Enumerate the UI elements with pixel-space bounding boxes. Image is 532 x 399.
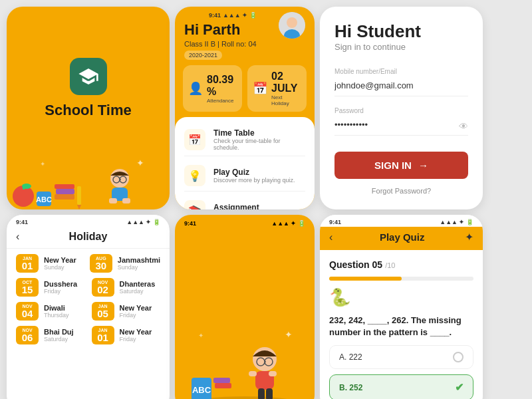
card-hi-parth: 9:41 ▲▲▲ ✦ 🔋 Hi Parth Class II B | Roll … [175, 7, 315, 209]
star-icon: ✦ [465, 231, 473, 243]
quiz-header: ‹ Play Quiz ✦ [320, 227, 483, 250]
school-title: School Time [45, 102, 131, 119]
holiday-day: 01 [19, 261, 36, 271]
holiday-date-box: NOV 04 [16, 302, 39, 321]
holiday-status-bar: 9:41 ▲▲▲ ✦ 🔋 [7, 215, 170, 227]
holiday-weekday: Saturday [120, 288, 156, 295]
menu-item-sub: Discover more by playing quiz. [213, 177, 295, 184]
check-icon: ✔ [455, 381, 464, 394]
menu-item-time-table[interactable]: 📅 Time Table Check your time-table for s… [184, 124, 305, 156]
back-arrow-icon[interactable]: ‹ [16, 231, 19, 243]
password-label: Password [334, 107, 468, 114]
holiday-name: Bhai Duj [44, 328, 74, 336]
holiday-title: Holiday [69, 231, 108, 243]
holiday-weekday: Friday [120, 312, 152, 319]
quiz-status-bar: 9:41 ▲▲▲ ✦ 🔋 [320, 215, 483, 227]
menu-item-title: Play Quiz [213, 168, 295, 177]
graduation-cap-icon [78, 66, 99, 87]
parth-top: 9:41 ▲▲▲ ✦ 🔋 Hi Parth Class II B | Roll … [175, 7, 315, 60]
holiday-icon: 📅 [253, 81, 267, 96]
question-text: 232, 242, ____, 262. The missing number … [329, 315, 473, 338]
holiday-entry: NOV 04 Diwali Thursday [16, 302, 85, 321]
menu-item-play-quiz[interactable]: 💡 Play Quiz Discover more by playing qui… [184, 160, 305, 192]
holiday-date-box: JAN 01 [92, 326, 114, 344]
holiday-day: 04 [19, 309, 36, 319]
signin-button[interactable]: SIGN IN → [334, 152, 468, 179]
svg-rect-7 [55, 184, 74, 189]
svg-text:✦: ✦ [198, 332, 203, 339]
holiday-entry: JAN 05 New Year Friday [92, 302, 161, 321]
school-illustration: ABC ✦ ✦ [7, 143, 170, 209]
school-scene-svg: ABC ✦ ✦ [7, 146, 153, 209]
holiday-name: New Year [44, 256, 76, 264]
holiday-name: New Year [120, 304, 152, 312]
radio-icon-a [453, 352, 464, 362]
holiday-entry: AUG 30 Janmashtmi Sunday [90, 254, 160, 273]
question-num: Question 05 [329, 259, 382, 270]
holiday-entry: NOV 02 Dhanteras Saturday [92, 278, 161, 297]
parth-class: Class II B | Roll no: 04 [184, 40, 257, 48]
holiday-date-box: JAN 05 [92, 302, 114, 321]
gallery-scene-svg: ABC ✦ ✦ [178, 305, 311, 399]
holiday-weekday: Sunday [44, 264, 76, 271]
holiday-header: ‹ Holiday [7, 227, 170, 249]
parth-stats: 👤 80.39 % Attendance 📅 02 JULY Next Holi… [175, 60, 315, 117]
attendance-label: Attendance [207, 98, 237, 104]
holiday-day: 02 [94, 285, 112, 295]
menu-icon: 📚 [184, 200, 205, 209]
menu-icon: 📅 [184, 129, 205, 150]
card-signin: Hi Student Sign in to continue Mobile nu… [320, 7, 483, 209]
attendance-icon: 👤 [188, 81, 203, 96]
gallery-status-bar: 9:41 ▲▲▲ ✦ 🔋 [175, 220, 315, 227]
progress-bar-fill [329, 277, 402, 281]
parth-info: 9:41 ▲▲▲ ✦ 🔋 Hi Parth Class II B | Roll … [184, 12, 257, 60]
holiday-weekday: Friday [120, 336, 152, 342]
holiday-name: New Year [120, 328, 152, 336]
password-input[interactable] [334, 117, 459, 135]
holiday-value: 02 JULY [271, 70, 301, 94]
quiz-body: Question 05 /10 🐍 232, 242, ____, 262. T… [320, 250, 483, 399]
holiday-entry: OCT 15 Dusshera Friday [16, 278, 85, 297]
svg-text:ABC: ABC [36, 196, 52, 203]
svg-rect-6 [56, 189, 74, 194]
quiz-option-b[interactable]: B. 252 ✔ [329, 374, 473, 399]
status-bar: 9:41 ▲▲▲ ✦ 🔋 [184, 12, 257, 19]
holiday-row: JAN 01 New Year Sunday AUG 30 Janmashtmi… [16, 254, 160, 273]
svg-rect-5 [55, 194, 74, 200]
holiday-weekday: Saturday [44, 336, 74, 342]
card-school-time: School Time ABC [7, 7, 170, 209]
svg-rect-13 [122, 198, 130, 203]
holiday-entry: NOV 06 Bhai Duj Saturday [16, 326, 85, 344]
eye-icon[interactable]: 👁 [459, 121, 468, 132]
holiday-day: 01 [94, 332, 112, 342]
holiday-date-box: AUG 30 [90, 254, 112, 273]
holiday-day: 30 [92, 261, 110, 271]
holiday-date-box: NOV 02 [92, 278, 114, 297]
holiday-date-box: JAN 01 [16, 254, 39, 273]
holiday-weekday: Thursday [44, 312, 69, 319]
svg-text:✦: ✦ [40, 160, 45, 168]
svg-point-2 [22, 184, 31, 189]
email-input[interactable] [334, 78, 468, 96]
svg-rect-12 [109, 198, 117, 203]
quiz-option-a[interactable]: A. 222 [329, 345, 473, 369]
svg-text:ABC: ABC [192, 385, 211, 395]
svg-point-20 [287, 17, 297, 28]
quiz-back-icon[interactable]: ‹ [329, 231, 332, 243]
svg-rect-26 [213, 378, 230, 383]
avatar-svg [279, 12, 305, 39]
progress-bar-bg [329, 277, 473, 281]
forgot-password-link[interactable]: Forgot Password? [334, 187, 468, 195]
holiday-day: 15 [19, 285, 36, 295]
holiday-name: Diwali [44, 304, 69, 312]
menu-item-sub: Check your time-table for schedule. [213, 138, 305, 151]
menu-item-assignment[interactable]: 📚 Assignment Your daily assignments. [184, 196, 305, 209]
attendance-stat: 👤 80.39 % Attendance [183, 65, 242, 112]
question-total: /10 [385, 261, 395, 269]
password-row: 👁 [334, 117, 468, 136]
menu-item-title: Time Table [213, 128, 305, 138]
svg-marker-9 [77, 205, 81, 209]
attendance-value: 80.39 % [207, 74, 237, 98]
holiday-entry: JAN 01 New Year Friday [92, 326, 161, 344]
holiday-name: Dhanteras [120, 280, 156, 288]
